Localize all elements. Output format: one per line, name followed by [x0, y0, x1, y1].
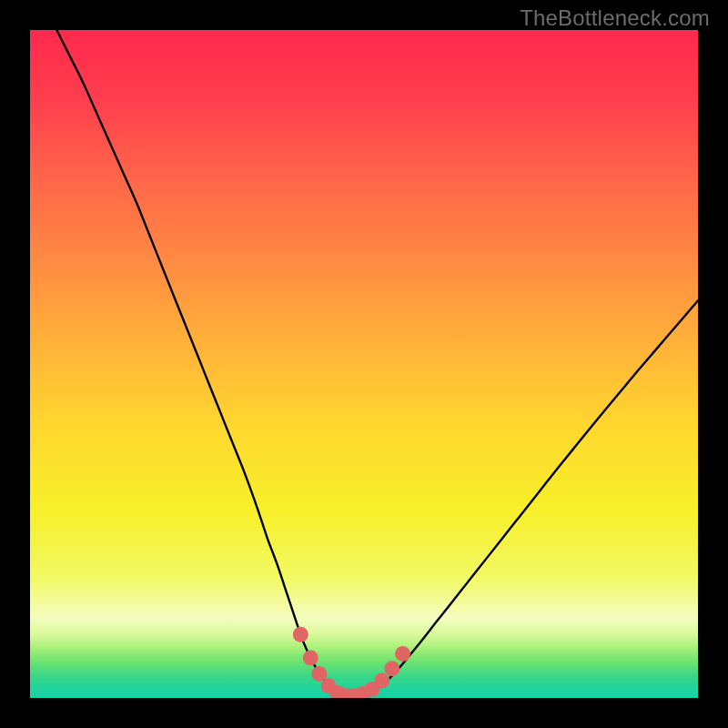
marker-dot	[293, 627, 308, 642]
bottom-markers-group	[293, 627, 410, 698]
bottleneck-curve-line	[56, 30, 698, 696]
chart-svg	[30, 30, 698, 698]
marker-dot	[395, 646, 410, 662]
marker-dot	[374, 672, 389, 688]
marker-dot	[384, 661, 399, 676]
marker-dot	[303, 650, 318, 665]
watermark-label: TheBottleneck.com	[520, 5, 710, 31]
chart-frame: TheBottleneck.com	[0, 0, 728, 728]
plot-area	[30, 30, 698, 698]
